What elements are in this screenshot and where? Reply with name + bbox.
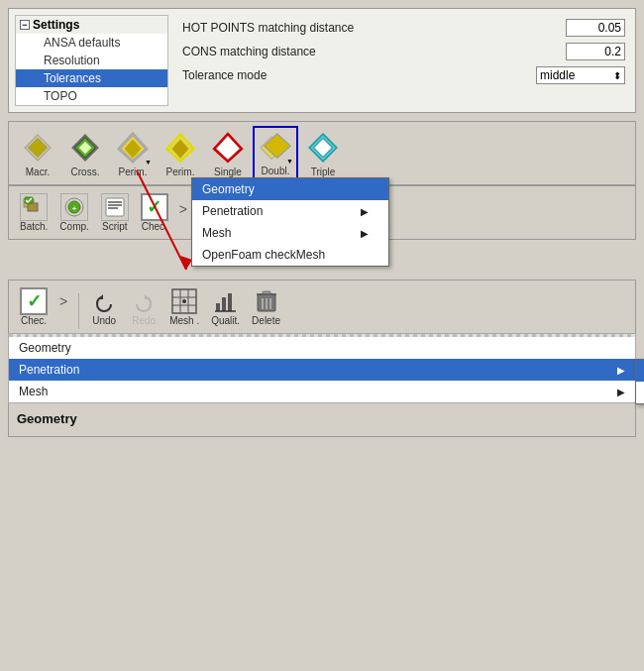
tree-item-resolution[interactable]: Resolution xyxy=(16,52,167,69)
menu-geometry-label: Geometry xyxy=(202,182,255,196)
perim2-icon xyxy=(163,131,197,165)
cross-button[interactable]: Cross. xyxy=(62,128,108,180)
tree-collapse-icon[interactable]: − xyxy=(20,20,30,30)
lower-menu-geometry[interactable]: Geometry xyxy=(9,337,635,359)
lower-menu-mesh[interactable]: Mesh ▶ xyxy=(9,381,635,402)
lower-expand-button[interactable]: > xyxy=(54,284,72,329)
toolbar2-area: Batch. + Comp. Scr xyxy=(8,185,636,240)
geometry-label-bar: Geometry xyxy=(8,403,636,437)
svg-rect-16 xyxy=(28,203,38,211)
triple-label: Triple xyxy=(311,167,336,177)
lower-toolbar: ✓ Chec. > Undo Redo xyxy=(8,280,636,333)
undo2-button[interactable]: Undo xyxy=(85,290,123,329)
menu-item-mesh[interactable]: Mesh ▶ xyxy=(192,222,388,244)
undo2-label: Undo xyxy=(92,315,116,326)
svg-line-28 xyxy=(137,170,186,270)
menu-penetration-arrow: ▶ xyxy=(361,206,369,217)
tree-item-tolerances[interactable]: Tolerances xyxy=(16,69,167,87)
cons-row: CONS matching distance xyxy=(182,43,625,60)
geometry-label: Geometry xyxy=(17,407,627,430)
doubl-label: Doubl. xyxy=(262,166,290,176)
lower-penetration-label: Penetration xyxy=(19,363,79,377)
tree-item-ansa[interactable]: ANSA defaults xyxy=(16,34,167,52)
icon-toolbar: Macr. Cross. ▼ Perim. xyxy=(8,121,636,185)
delete-button[interactable]: Delete xyxy=(247,284,285,329)
svg-marker-30 xyxy=(98,294,103,299)
tolerance-mode-select[interactable]: middle ⬍ xyxy=(536,66,625,84)
mesh-button[interactable]: Mesh . xyxy=(164,284,204,329)
svg-rect-40 xyxy=(228,293,232,311)
batch-button[interactable]: Batch. xyxy=(15,190,53,235)
script-label: Script xyxy=(102,221,128,232)
tolerance-mode-value: middle xyxy=(540,68,575,82)
batch-icon xyxy=(20,193,48,221)
redo2-label: Redo xyxy=(132,315,156,326)
redo2-button[interactable]: Redo xyxy=(125,290,162,329)
menu-penetration-label: Penetration xyxy=(202,204,263,218)
comp-button[interactable]: + Comp. xyxy=(54,190,93,235)
qualit-label: Qualit. xyxy=(211,315,240,326)
menu-item-penetration[interactable]: Penetration ▶ xyxy=(192,200,388,222)
chec2-label: Chec. xyxy=(21,315,47,326)
redo2-icon xyxy=(133,293,155,315)
triple-button[interactable]: Triple xyxy=(300,128,346,180)
comp-label: Comp. xyxy=(59,221,88,232)
doubl-button[interactable]: ▼ Doubl. xyxy=(253,126,298,180)
mesh-label: Mesh . xyxy=(169,315,199,326)
batch-label: Batch. xyxy=(20,221,48,232)
lower-menu-penetration[interactable]: Penetration ▶ Intersections ↖ Proximitie… xyxy=(9,359,635,381)
menu-mesh-arrow: ▶ xyxy=(361,228,369,239)
svg-rect-38 xyxy=(216,303,220,311)
triple-icon xyxy=(306,131,340,165)
menu-openfoam-label: OpenFoam checkMesh xyxy=(202,248,325,262)
tree-title: Settings xyxy=(33,18,79,32)
menu-item-geometry[interactable]: Geometry xyxy=(192,178,388,200)
svg-point-37 xyxy=(182,299,186,303)
submenu-intersections[interactable]: Intersections ↖ xyxy=(636,360,644,382)
tree-header: − Settings xyxy=(16,16,167,34)
tolerance-mode-label: Tolerance mode xyxy=(182,68,530,82)
cons-label: CONS matching distance xyxy=(182,45,560,58)
settings-panel: − Settings ANSA defaults Resolution Tole… xyxy=(8,8,636,113)
mesh-icon xyxy=(170,287,198,315)
lower-mesh-label: Mesh xyxy=(19,385,48,398)
macr-button[interactable]: Macr. xyxy=(15,128,60,180)
cons-input[interactable] xyxy=(566,43,625,60)
svg-marker-31 xyxy=(145,294,150,299)
settings-tree: − Settings ANSA defaults Resolution Tole… xyxy=(15,15,168,106)
lower-expand-icon: > xyxy=(59,287,67,315)
cross-icon xyxy=(68,131,102,165)
delete-label: Delete xyxy=(252,315,280,326)
lower-penetration-arrow: ▶ xyxy=(617,365,625,376)
tree-item-topo[interactable]: TOPO xyxy=(16,87,167,105)
lower-menu: Geometry Penetration ▶ Intersections ↖ P… xyxy=(8,333,636,403)
select-arrow-icon: ⬍ xyxy=(613,70,621,81)
tolerance-mode-row: Tolerance mode middle ⬍ xyxy=(182,66,625,84)
qualit-icon xyxy=(212,287,240,315)
delete-icon xyxy=(253,287,280,315)
chec2-button[interactable]: ✓ Chec. xyxy=(15,284,53,329)
settings-form: HOT POINTS matching distance CONS matchi… xyxy=(178,15,629,106)
lower-separator xyxy=(78,293,79,329)
lower-mesh-arrow: ▶ xyxy=(617,387,625,397)
single-icon xyxy=(211,131,245,165)
lower-geometry-label: Geometry xyxy=(19,341,71,355)
chec2-icon: ✓ xyxy=(20,287,48,315)
cross-label: Cross. xyxy=(71,167,100,177)
doubl-dropdown-arrow: ▼ xyxy=(286,158,293,165)
submenu-proximities[interactable]: Proximities xyxy=(636,382,644,403)
qualit-button[interactable]: Qualit. xyxy=(206,284,245,329)
hot-points-label: HOT POINTS matching distance xyxy=(182,21,560,35)
svg-rect-21 xyxy=(106,198,124,216)
macr-icon xyxy=(21,131,54,165)
macr-label: Macr. xyxy=(26,167,50,177)
script-icon xyxy=(101,193,129,221)
hot-points-input[interactable] xyxy=(566,19,625,37)
svg-text:+: + xyxy=(72,204,77,213)
svg-rect-39 xyxy=(222,297,226,311)
undo2-icon xyxy=(93,293,115,315)
menu-item-openfoam[interactable]: OpenFoam checkMesh xyxy=(192,244,388,266)
menu-mesh-label: Mesh xyxy=(202,226,231,240)
hot-points-row: HOT POINTS matching distance xyxy=(182,19,625,37)
submenu: Intersections ↖ Proximities xyxy=(635,359,644,404)
